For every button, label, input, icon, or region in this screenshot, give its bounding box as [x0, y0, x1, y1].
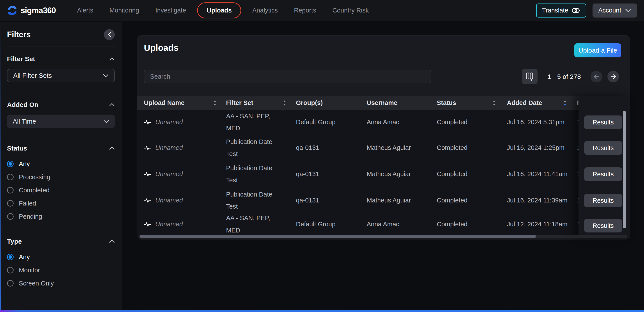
chevron-up-icon: [109, 146, 115, 150]
results-button[interactable]: Results: [584, 194, 622, 207]
sidebar-accent-bar: [0, 22, 1, 310]
type-section-header[interactable]: Type: [7, 238, 115, 245]
sort-icon-descending-active[interactable]: [563, 100, 567, 106]
status-cell: Completed: [437, 214, 502, 235]
results-button[interactable]: Results: [584, 116, 622, 129]
chevron-up-icon: [109, 240, 115, 243]
added-date-cell: Jul 16, 2024 1:25pm: [507, 135, 575, 161]
column-header-upload-name[interactable]: Upload Name: [144, 96, 217, 110]
nav-item-reports[interactable]: Reports: [286, 7, 324, 14]
type-radio-screen-only[interactable]: Screen Only: [7, 277, 115, 290]
upload-name-cell: Unnamed: [155, 142, 183, 154]
upload-name-cell: Unnamed: [155, 194, 183, 206]
username-cell: Matheus Aguiar: [367, 187, 432, 214]
main-nav: Alerts Monitoring Investigate Uploads An…: [69, 2, 377, 18]
column-header-added-date[interactable]: Added Date: [507, 96, 567, 110]
arrow-right-icon: [610, 74, 616, 80]
status-radio-any[interactable]: Any: [7, 157, 115, 170]
nav-right-actions: Translate Account: [536, 4, 637, 18]
page-title: Uploads: [144, 43, 178, 53]
column-header-status[interactable]: Status: [437, 96, 496, 110]
horizontal-scrollbar-thumb[interactable]: [140, 235, 536, 238]
bottom-accent-bar: [0, 310, 644, 312]
sidebar-collapse-button[interactable]: [104, 29, 115, 40]
nav-item-analytics[interactable]: Analytics: [244, 7, 286, 14]
table-row[interactable]: Unnamed Publication Date Test qa-0131 Ma…: [137, 187, 578, 214]
filter-set-section-header[interactable]: Filter Set: [7, 55, 115, 63]
table-header-row: Upload Name Filter Set Group(s) Username…: [137, 96, 578, 110]
waveform-icon: [144, 171, 151, 177]
sort-icon[interactable]: [492, 100, 496, 106]
type-radio-any[interactable]: Any: [7, 250, 115, 264]
vertical-scrollbar-thumb[interactable]: [623, 111, 626, 228]
type-radio-group: Any Monitor Screen Only: [7, 250, 115, 290]
sort-icon[interactable]: [213, 100, 217, 106]
uploads-card: Uploads Upload a File 1 - 5 of 278 Uploa…: [137, 35, 630, 240]
nav-item-uploads-active[interactable]: Uploads: [197, 2, 241, 18]
status-radio-failed[interactable]: Failed: [7, 197, 115, 210]
filter-set-value: All Filter Sets: [13, 72, 52, 79]
groups-cell: qa-0131: [296, 187, 362, 214]
nav-item-investigate[interactable]: Investigate: [147, 7, 194, 14]
translate-button-label: Translate: [542, 7, 568, 14]
results-button[interactable]: Results: [584, 141, 622, 155]
groups-cell: Default Group: [296, 110, 362, 135]
column-header-groups: Group(s): [296, 96, 362, 110]
filters-sidebar: Filters Filter Set All Filter Sets Added…: [0, 22, 122, 310]
nav-item-country-risk[interactable]: Country Risk: [324, 7, 377, 14]
truncated-cell: 1: [577, 187, 578, 214]
translate-button[interactable]: Translate: [536, 4, 586, 18]
results-button[interactable]: Results: [584, 168, 622, 181]
divider: [7, 136, 115, 136]
filter-set-cell: Publication Date Test: [226, 135, 285, 161]
added-on-select[interactable]: All Time: [7, 114, 115, 128]
truncated-cell: 1: [577, 135, 578, 161]
filter-set-label: Filter Set: [7, 55, 35, 63]
status-section-header[interactable]: Status: [7, 144, 115, 152]
divider: [7, 92, 115, 92]
username-cell: Matheus Aguiar: [367, 161, 432, 187]
filter-set-cell: AA - SAN, PEP, MED: [226, 110, 285, 135]
sigma360-logo-icon: [6, 5, 18, 16]
account-button[interactable]: Account: [592, 4, 637, 18]
type-radio-monitor[interactable]: Monitor: [7, 264, 115, 277]
waveform-icon: [144, 198, 151, 204]
table-row[interactable]: Unnamed AA - SAN, PEP, MED Default Group…: [137, 214, 578, 235]
search-input[interactable]: [144, 70, 431, 83]
radio-selected-icon: [7, 254, 14, 260]
next-page-button[interactable]: [608, 71, 619, 82]
added-on-section-header[interactable]: Added On: [7, 101, 115, 108]
brand-logo[interactable]: sigma360: [6, 5, 56, 16]
radio-icon: [7, 280, 14, 286]
nav-item-monitoring[interactable]: Monitoring: [102, 7, 147, 14]
added-date-cell: Jul 16, 2024 11:39am: [507, 187, 575, 214]
groups-cell: qa-0131: [296, 135, 362, 161]
table-row[interactable]: Unnamed Publication Date Test qa-0131 Ma…: [137, 135, 578, 161]
table-row[interactable]: Unnamed AA - SAN, PEP, MED Default Group…: [137, 110, 578, 135]
previous-page-button[interactable]: [590, 71, 602, 82]
top-nav: sigma360 Alerts Monitoring Investigate U…: [0, 0, 644, 21]
brand-name: sigma360: [20, 6, 56, 15]
table-row[interactable]: Unnamed Publication Date Test qa-0131 Ma…: [137, 161, 578, 187]
sort-icon[interactable]: [283, 100, 286, 106]
chevron-down-icon: [104, 120, 109, 123]
results-button[interactable]: Results: [584, 219, 622, 232]
added-date-cell: Jul 12, 2024 11:18am: [507, 214, 575, 235]
filter-set-cell: Publication Date Test: [226, 161, 285, 187]
manage-columns-button[interactable]: [522, 69, 538, 84]
status-radio-pending[interactable]: Pending: [7, 210, 115, 223]
radio-selected-icon: [7, 160, 14, 167]
status-radio-processing[interactable]: Processing: [7, 170, 115, 184]
upload-a-file-button[interactable]: Upload a File: [574, 44, 621, 58]
divider: [7, 46, 115, 46]
waveform-icon: [144, 221, 151, 228]
column-header-filter-set[interactable]: Filter Set: [226, 96, 286, 110]
added-on-value: All Time: [13, 118, 36, 125]
upload-name-cell: Unnamed: [155, 168, 183, 180]
status-radio-completed[interactable]: Completed: [7, 184, 115, 197]
filter-set-select[interactable]: All Filter Sets: [7, 69, 115, 82]
nav-item-alerts[interactable]: Alerts: [69, 7, 102, 14]
filter-set-cell: Publication Date Test: [226, 187, 285, 214]
username-cell: Matheus Aguiar: [367, 135, 432, 161]
truncated-cell: 1: [577, 110, 578, 135]
